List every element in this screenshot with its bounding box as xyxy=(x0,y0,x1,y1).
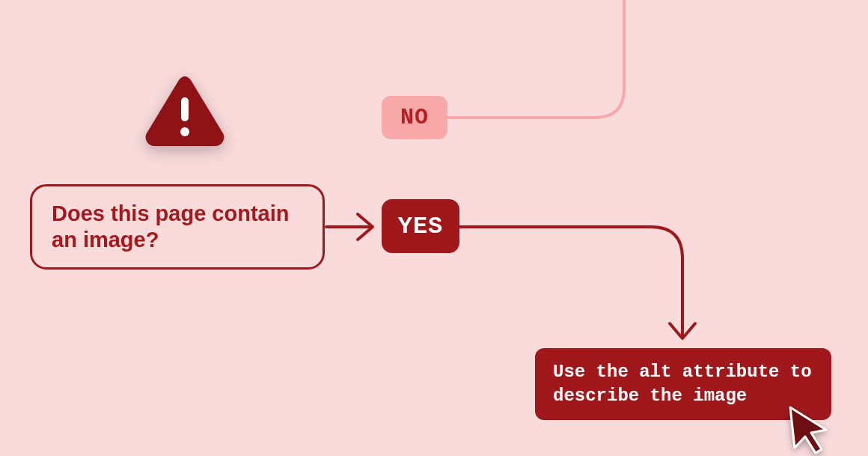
flowchart-canvas: Does this page contain an image? NO YES … xyxy=(0,0,868,456)
cursor-icon xyxy=(786,404,832,454)
answer-no-node: NO xyxy=(382,96,447,139)
question-text: Does this page contain an image? xyxy=(52,201,303,254)
warning-icon xyxy=(144,73,226,148)
svg-point-2 xyxy=(180,127,189,136)
answer-yes-node: YES xyxy=(382,199,459,253)
question-node: Does this page contain an image? xyxy=(30,184,325,270)
answer-no-label: NO xyxy=(400,105,429,130)
result-text: Use the alt attribute to describe the im… xyxy=(553,360,813,409)
answer-yes-label: YES xyxy=(398,213,444,240)
svg-rect-1 xyxy=(181,97,189,121)
